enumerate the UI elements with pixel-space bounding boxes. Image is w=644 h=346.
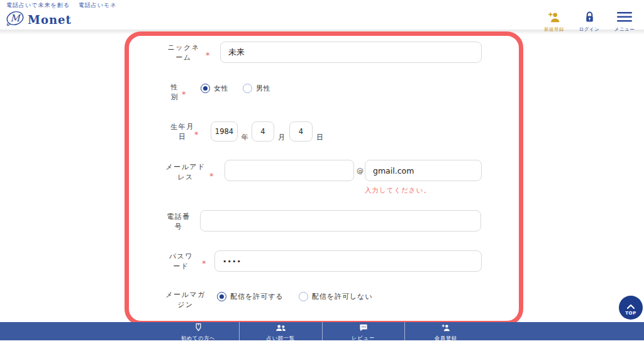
- mailmagazine-deny-radio[interactable]: [299, 292, 308, 301]
- birth-day-input[interactable]: [289, 121, 313, 142]
- user-plus-icon: [441, 322, 450, 334]
- footer-nav: 初めての方へ 占い師一覧 レビュ: [157, 322, 487, 340]
- footer-item-first-time[interactable]: 初めての方へ: [157, 322, 239, 340]
- mailmagazine-label: メールマガ ジン: [164, 290, 208, 310]
- phone-label: 電話番 号: [160, 212, 197, 232]
- nickname-input[interactable]: [220, 42, 482, 63]
- email-label: メールアド レス: [164, 162, 208, 182]
- password-input[interactable]: [214, 250, 482, 272]
- password-label: パスワ ード: [162, 252, 200, 271]
- logo-text: Monet: [28, 13, 72, 26]
- month-unit: 月: [278, 133, 285, 142]
- people-icon: [275, 322, 286, 334]
- top-button-label: TOP: [625, 311, 636, 316]
- gender-male-radio[interactable]: [243, 84, 252, 93]
- header: M Monet 新規登録: [0, 9, 644, 30]
- chevron-up-icon: [626, 299, 635, 311]
- footer-item-reviews[interactable]: レビュー: [322, 322, 404, 340]
- svg-text:M: M: [10, 13, 21, 24]
- day-unit: 日: [316, 133, 323, 142]
- menu-icon: [617, 11, 632, 25]
- at-sign: @: [357, 167, 364, 175]
- email-required-mark: *: [209, 171, 214, 181]
- password-required-mark: *: [202, 259, 206, 268]
- gender-female-radio[interactable]: [201, 84, 210, 93]
- mailmagazine-allow-radio[interactable]: [217, 292, 226, 301]
- gender-male-label: 男性: [256, 84, 271, 93]
- logo[interactable]: M Monet: [5, 9, 72, 30]
- user-plus-icon: [548, 11, 560, 25]
- footer-item-fortune-tellers[interactable]: 占い師一覧: [239, 322, 321, 340]
- birth-year-input[interactable]: [211, 121, 238, 142]
- header-shadow: [0, 30, 644, 35]
- email-domain-input[interactable]: [365, 160, 482, 181]
- footer-item-register[interactable]: 会員登録: [404, 322, 487, 340]
- birthdate-required-mark: *: [194, 130, 199, 139]
- footer-label-first-time: 初めての方へ: [181, 335, 216, 342]
- mailmagazine-deny-label: 配信を許可しない: [312, 292, 373, 301]
- email-error-message: 入力してください。: [365, 186, 431, 195]
- shield-icon: [195, 322, 202, 334]
- mailmagazine-allow-label: 配信を許可する: [230, 292, 284, 301]
- monet-monogram-icon: M: [5, 9, 25, 30]
- gender-female-label: 女性: [214, 84, 229, 93]
- year-unit: 年: [242, 133, 248, 142]
- scroll-to-top-button[interactable]: TOP: [619, 296, 643, 320]
- mailmagazine-radio-group: 配信を許可する 配信を許可しない: [217, 292, 373, 301]
- gender-required-mark: *: [182, 89, 186, 99]
- nickname-label: ニックネ ーム: [162, 43, 205, 62]
- tagline-text: 電話占いで未来を創る: [6, 2, 70, 8]
- birth-month-input[interactable]: [252, 121, 274, 142]
- email-local-input[interactable]: [225, 160, 354, 181]
- gender-radio-group: 女性 男性: [201, 84, 271, 93]
- chat-icon: [359, 322, 368, 334]
- footer-label-fortune-tellers: 占い師一覧: [267, 335, 295, 342]
- topbar: 電話占いで未来を創る電話占いモネ: [0, 0, 644, 9]
- nickname-required-mark: *: [206, 50, 210, 60]
- footer: 初めての方へ 占い師一覧 レビュ: [0, 322, 644, 340]
- site-name-text: 電話占いモネ: [79, 2, 117, 8]
- footer-label-register: 会員登録: [435, 335, 457, 342]
- lock-icon: [584, 11, 595, 25]
- phone-input[interactable]: [200, 210, 481, 232]
- footer-label-reviews: レビュー: [352, 335, 375, 342]
